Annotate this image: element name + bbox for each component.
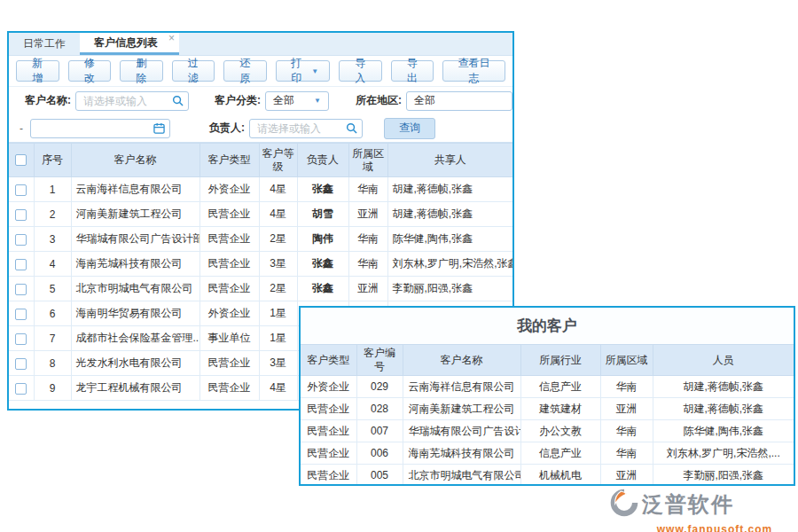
- cell-level: 1星: [259, 301, 297, 326]
- region-input[interactable]: [406, 91, 512, 111]
- tab-customer-list[interactable]: 客户信息列表 ×: [80, 33, 179, 55]
- print-button[interactable]: 打印 ▼: [276, 60, 331, 82]
- row-checkbox[interactable]: [15, 383, 27, 395]
- customer-code-link[interactable]: 028: [356, 398, 403, 420]
- table-header-row: 客户类型 客户编号 客户名称 所属行业 所属区域 人员: [301, 345, 794, 376]
- table-row: 3 华瑞城有限公司广告设计部 民营企业 2星 陶伟 华南 陈华健,陶伟,张鑫: [9, 227, 512, 252]
- row-checkbox[interactable]: [15, 309, 27, 320]
- delete-button[interactable]: 删除: [120, 60, 163, 82]
- customer-code-link[interactable]: 029: [356, 376, 403, 398]
- cell-level: 1星: [259, 326, 297, 351]
- cell-industry: 信息产业: [520, 376, 600, 398]
- row-checkbox[interactable]: [15, 259, 27, 270]
- cell-no: 6: [34, 301, 71, 326]
- date-range-separator: -: [20, 122, 23, 135]
- customer-name-link[interactable]: 海南芜城科技有限公司: [403, 442, 520, 465]
- customer-code-link[interactable]: 006: [356, 442, 403, 465]
- print-label: 打印: [287, 56, 307, 86]
- close-icon[interactable]: ×: [168, 33, 175, 43]
- cell-region: 华南: [348, 177, 387, 202]
- customer-name-link[interactable]: 龙宇工程机械有限公司: [71, 376, 200, 401]
- cell-type: 民营企业: [200, 376, 259, 401]
- logo-url: www.fanpusoft.com: [608, 523, 798, 532]
- cell-type: 民营企业: [200, 277, 259, 301]
- row-checkbox[interactable]: [15, 209, 27, 221]
- customer-category-select[interactable]: 全部 ▼: [265, 91, 329, 111]
- customer-name-link[interactable]: 成都市社会保险基金管理...: [71, 326, 200, 351]
- query-button[interactable]: 查询: [384, 118, 435, 139]
- my-customers-panel: 我的客户 客户类型 客户编号 客户名称 所属行业 所属区域 人员 外资企业 02…: [299, 306, 795, 486]
- cell-level: 4星: [259, 202, 297, 227]
- owner-link[interactable]: 胡雪: [297, 202, 348, 227]
- view-log-button[interactable]: 查看日志: [442, 60, 505, 82]
- chevron-down-icon: ▼: [314, 97, 321, 105]
- cell-industry: 办公文教: [520, 420, 600, 442]
- owner-link[interactable]: 张鑫: [297, 277, 348, 301]
- row-checkbox[interactable]: [15, 234, 27, 246]
- cell-shared: 胡建,蒋德帧,张鑫: [387, 202, 512, 227]
- date-input[interactable]: [30, 119, 170, 138]
- cell-no: 3: [34, 227, 71, 252]
- tab-daily-work[interactable]: 日常工作: [9, 33, 80, 55]
- col-header-staff: 人员: [653, 345, 794, 376]
- customer-name-link[interactable]: 河南美新建筑工程公司: [71, 202, 200, 227]
- restore-button[interactable]: 还原: [223, 60, 267, 82]
- customer-name-link[interactable]: 北京市明城电气有限公司: [71, 277, 200, 301]
- my-customers-title: 我的客户: [301, 308, 794, 344]
- toolbar: 新增 修改 删除 过滤 还原 打印 ▼ 导入 导出 查看日志: [9, 56, 512, 87]
- customer-name-link[interactable]: 海南明华贸易有限公司: [71, 301, 200, 326]
- export-button[interactable]: 导出: [391, 60, 434, 82]
- cell-type: 事业单位: [200, 326, 259, 351]
- cell-region: 亚洲: [348, 202, 387, 227]
- customer-name-link[interactable]: 河南美新建筑工程公司: [403, 398, 520, 420]
- selected-value: 全部: [273, 93, 294, 108]
- col-header-code: 客户编号: [356, 345, 403, 376]
- row-checkbox[interactable]: [15, 333, 27, 345]
- table-row: 1 云南海祥信息有限公司 外资企业 4星 张鑫 华南 胡建,蒋德帧,张鑫: [9, 177, 512, 202]
- row-checkbox[interactable]: [15, 284, 27, 295]
- cell-region: 华南: [600, 376, 653, 398]
- customer-code-link[interactable]: 007: [356, 420, 403, 442]
- col-header-region: 所属区域: [600, 345, 653, 376]
- customer-name-link[interactable]: 光发水利水电有限公司: [71, 351, 200, 376]
- cell-type: 民营企业: [200, 351, 259, 376]
- col-header-name: 客户名称: [71, 144, 200, 177]
- add-button[interactable]: 新增: [16, 60, 59, 82]
- cell-industry: 机械机电: [520, 465, 600, 487]
- search-icon[interactable]: [172, 95, 184, 106]
- calendar-icon[interactable]: [153, 122, 165, 134]
- cell-type: 外资企业: [200, 301, 259, 326]
- cell-level: 3星: [259, 252, 297, 277]
- owner-link[interactable]: 陶伟: [297, 227, 348, 252]
- cell-staff: 胡建,蒋德帧,张鑫: [653, 376, 794, 398]
- search-icon[interactable]: [346, 122, 357, 134]
- table-row: 外资企业 029 云南海祥信息有限公司 信息产业 华南 胡建,蒋德帧,张鑫: [301, 376, 794, 398]
- cell-shared: 陈华健,陶伟,张鑫: [387, 227, 512, 252]
- cell-no: 9: [34, 376, 71, 401]
- import-button[interactable]: 导入: [339, 60, 382, 82]
- customer-name-link[interactable]: 云南海祥信息有限公司: [71, 177, 200, 202]
- table-row: 民营企业 006 海南芜城科技有限公司 信息产业 华南 刘东林,罗广明,宋浩然,…: [301, 442, 794, 465]
- select-all-checkbox[interactable]: [15, 154, 27, 166]
- row-checkbox[interactable]: [15, 184, 27, 196]
- customer-code-link[interactable]: 005: [356, 465, 403, 487]
- owner-link[interactable]: 张鑫: [297, 177, 348, 202]
- edit-button[interactable]: 修改: [68, 60, 112, 82]
- col-header-region: 所属区域: [348, 144, 387, 177]
- customer-name-link[interactable]: 北京市明城电气有限公司: [403, 465, 520, 487]
- filter-button[interactable]: 过滤: [172, 60, 215, 82]
- caret-down-icon: ▼: [311, 67, 318, 75]
- col-header-name: 客户名称: [403, 345, 520, 376]
- cell-shared: 李勤丽,阳强,张鑫: [387, 277, 512, 301]
- table-row: 5 北京市明城电气有限公司 民营企业 2星 张鑫 亚洲 李勤丽,阳强,张鑫: [9, 277, 512, 301]
- cell-level: 4星: [259, 177, 297, 202]
- table-row: 4 海南芜城科技有限公司 民营企业 3星 张鑫 华南 刘东林,罗广明,宋浩然,张…: [9, 252, 512, 277]
- owner-link[interactable]: 张鑫: [297, 252, 348, 277]
- col-header-owner: 负责人: [297, 144, 348, 177]
- customer-name-link[interactable]: 海南芜城科技有限公司: [71, 252, 200, 277]
- customer-name-link[interactable]: 云南海祥信息有限公司: [403, 376, 520, 398]
- customer-name-link[interactable]: 华瑞城有限公司广告设计部: [403, 420, 520, 442]
- row-checkbox[interactable]: [15, 358, 27, 370]
- cell-no: 8: [34, 351, 71, 376]
- customer-name-link[interactable]: 华瑞城有限公司广告设计部: [71, 227, 200, 252]
